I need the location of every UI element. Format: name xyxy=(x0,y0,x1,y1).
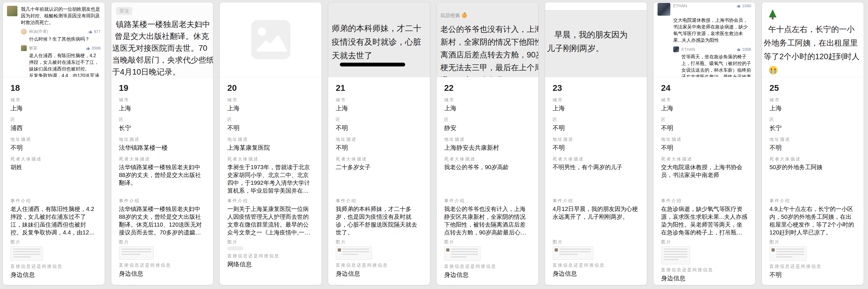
field-event-value: 4月12日早晨，我的朋友因为心梗永远离开了，儿子刚刚两岁。 xyxy=(553,205,639,237)
field-city-value: 上海 xyxy=(119,104,206,112)
field-event-value: 老人住浦西，有陈旧性脑梗，4.2摔跤，女儿被封在浦东过不了江，妹妹们虽住浦西但也… xyxy=(10,205,97,237)
field-deceased-value: 不明男性，有个两岁的儿子 xyxy=(553,164,639,195)
field-direct-value: 身边信息 xyxy=(10,271,97,279)
field-event-value: 4.9上午十点左右，长宁的一小区内，50岁的外地务工阿姨，在出租屋里心梗发作，等… xyxy=(770,205,856,237)
field-address-label: 地址描述 xyxy=(119,137,206,142)
field-address: 地址描述 不明 xyxy=(661,137,748,151)
field-direct: 直接信息还是间接信息 身边信息 xyxy=(336,263,422,278)
thumbnail-text-line xyxy=(122,249,151,250)
avatar xyxy=(657,3,670,16)
field-city-label: 城市 xyxy=(661,97,748,102)
field-event: 事件介绍 我师弟的本科师妹，才二十多岁，也是因为疫情没有及时就诊，心脏不舒服送医… xyxy=(336,198,422,237)
cover-text-lines: 早晨，我的朋友因为儿子刚刚两岁。 xyxy=(550,28,647,55)
field-event-label: 事件介绍 xyxy=(227,198,314,203)
field-deceased-value: 交大电院退休教授，上海书协会员，书法家吴中南老师 xyxy=(661,164,748,195)
cover-text-lines: 镇路某楼一楼独居老夫妇中曾是交大出版社翻译。休克送医无对接医院而去世。70当晚敲… xyxy=(116,19,213,77)
field-address-label: 地址描述 xyxy=(553,137,639,142)
attachment-thumbnail[interactable] xyxy=(10,246,43,261)
field-direct-value: 身边信息 xyxy=(444,271,531,279)
thumbnail-avatar xyxy=(772,248,775,252)
field-address: 地址描述 上海某康复医院 xyxy=(227,137,314,151)
field-deceased: 死者大体描述 不明男性，有个两岁的儿子 xyxy=(553,156,639,195)
attachment-thumbnail[interactable] xyxy=(444,246,480,261)
attachment-thumbnail[interactable] xyxy=(227,246,243,250)
attachment-slot xyxy=(119,246,206,260)
field-address: 地址描述 上海静安去共康新村 xyxy=(444,137,531,151)
field-direct-value: 身边信息 xyxy=(336,269,422,278)
field-image: 图片 xyxy=(10,240,97,261)
record-fields: 25 城市 上海 区 长宁 地址描述 不明 死者大体描述 50岁的外地务工阿姨 … xyxy=(762,77,864,285)
thumbnail-text-line xyxy=(559,251,591,252)
field-district: 区 浦西 xyxy=(10,117,97,132)
field-district-label: 区 xyxy=(10,117,97,122)
attachment-slot xyxy=(336,246,422,260)
field-address-value: 不明 xyxy=(336,144,422,151)
field-deceased-label: 死者大体描述 xyxy=(227,156,314,161)
field-address: 地址描述 法华镇路某楼一楼 xyxy=(119,137,206,151)
reply-name-row: 柿油(作者)977 xyxy=(21,29,100,35)
record-card[interactable]: 午十点左右，长宁的一小外地务工阿姨，在出租屋里等了2个小时的120赶到时人 25… xyxy=(762,2,864,285)
attachment-thumbnail[interactable] xyxy=(336,246,372,260)
field-city-label: 城市 xyxy=(227,97,314,102)
attachment-thumbnail[interactable] xyxy=(661,246,690,264)
field-direct: 直接信息还是间接信息 网络信息 xyxy=(227,253,314,268)
commenter-name: ETHAN xyxy=(673,3,687,8)
cover-text-line: 天就去世了 xyxy=(332,49,430,62)
thumbnail-text-line xyxy=(342,249,369,250)
loudly-crying-face-emoji xyxy=(769,66,778,75)
cover-text-line: 离酒店后差点转去方舱，90岁高龄 xyxy=(440,48,538,61)
field-deceased: 死者大体描述 50岁的外地务工阿姨 xyxy=(770,156,856,195)
field-deceased: 死者大体描述 我老公的爷爷，90岁高龄 xyxy=(444,156,531,195)
reply-block: 敏宴3506老人住浦西，有陈旧性脑梗，4.2摔跤，女儿被封在浦东过不了江，妹妹们… xyxy=(21,45,100,77)
field-city-value: 上海 xyxy=(10,104,97,112)
thumbnail-text-line xyxy=(13,249,40,250)
attachment-thumbnail[interactable] xyxy=(770,246,807,261)
field-deceased: 死者大体描述 二十多岁女子 xyxy=(336,156,422,195)
field-image: 图片 xyxy=(661,240,748,264)
record-card[interactable]: 师弟的本科师妹，才二十疫情没有及时就诊，心脏天就去世了 21 城市 上海 区 不… xyxy=(328,2,430,285)
field-district-value: 静安 xyxy=(444,124,531,132)
record-card[interactable]: 置顶镇路某楼一楼独居老夫妇中曾是交大出版社翻译。休克送医无对接医院而去世。70当… xyxy=(111,2,213,285)
field-direct-label: 直接信息还是间接信息 xyxy=(661,267,748,272)
record-card[interactable]: 鼠甜橙酱老公的爷爷也没有计入，上海静安新村，全家阴的情况下他阳性。被离酒店后差点… xyxy=(437,2,538,285)
field-image: 图片 xyxy=(444,240,531,261)
field-district-label: 区 xyxy=(553,117,639,122)
field-address-label: 地址描述 xyxy=(336,137,422,142)
record-card[interactable]: 20 城市 上海 区 不明 地址描述 上海某康复医院 死者大体描述 李昶生于19… xyxy=(220,2,321,285)
field-district-value: 不明 xyxy=(227,124,314,132)
field-city-label: 城市 xyxy=(10,97,97,102)
big-text-post: 早晨，我的朋友因为儿子刚刚两岁。 xyxy=(545,2,647,55)
field-district-value: 不明 xyxy=(553,124,639,132)
record-fields: 23 城市 上海 区 不明 地址描述 不明 死者大体描述 不明男性，有个两岁的儿… xyxy=(545,77,647,285)
field-event: 事件介绍 老人住浦西，有陈旧性脑梗，4.2摔跤，女儿被封在浦东过不了江，妹妹们虽… xyxy=(10,198,97,237)
thumbnail-text-line xyxy=(13,254,40,255)
post-text: 我几十年前就认识的一位胡姓朋友也是因为封控、核酸检测等原因没有得到及时救治而死亡… xyxy=(21,6,100,26)
field-direct-value: 身边信息 xyxy=(661,274,748,282)
field-district-label: 区 xyxy=(336,117,422,122)
record-card[interactable]: ETHAN1040交大电院退休教授，上海书协会员，书法家吴中南老师在急诊病逝，缺… xyxy=(653,2,755,285)
attachment-thumbnail[interactable] xyxy=(553,246,593,260)
cover-text-line: 午十点左右，长宁的一小 xyxy=(768,23,864,36)
cover-text-line: 师弟的本科师妹，才二十 xyxy=(332,22,430,35)
post-text: 交大电院退休教授，上海书协会员，书法家吴中南老师在急诊病逝，缺少氧气等医疗资源，… xyxy=(673,17,751,43)
thumbnail-avatar xyxy=(338,248,341,252)
attachment-thumbnail[interactable] xyxy=(119,246,154,260)
record-card[interactable]: 早晨，我的朋友因为儿子刚刚两岁。 23 城市 上海 区 不明 地址描述 不明 死… xyxy=(545,2,647,285)
record-cover-image xyxy=(220,2,321,77)
record-fields: 21 城市 上海 区 不明 地址描述 不明 死者大体描述 二十多岁女子 事件介绍… xyxy=(328,77,430,285)
cover-text-line: 通的隔离医院去世 xyxy=(440,74,538,77)
field-event: 事件介绍 法华镇路某楼一楼独居老夫妇中88岁的丈夫，曾经是交大出版社翻译。休克后… xyxy=(119,198,206,237)
record-fields: 20 城市 上海 区 不明 地址描述 上海某康复医院 死者大体描述 李昶生于19… xyxy=(220,77,321,285)
field-direct: 直接信息还是间接信息 身边信息 xyxy=(10,264,97,279)
field-district-label: 区 xyxy=(770,117,856,122)
field-district-value: 不明 xyxy=(661,124,748,132)
like-count-number: 1040 xyxy=(742,3,751,8)
cover-text-line: 等了2个小时的120赶到时人 xyxy=(764,50,864,64)
record-card[interactable]: 我几十年前就认识的一位胡姓朋友也是因为封控、核酸检测等原因没有得到及时救治而死亡… xyxy=(3,2,105,285)
field-direct-label: 直接信息还是间接信息 xyxy=(10,264,97,269)
field-image-label: 图片 xyxy=(770,240,856,244)
field-direct-label: 直接信息还是间接信息 xyxy=(553,263,639,267)
field-image-label: 图片 xyxy=(336,240,422,244)
field-event-label: 事件介绍 xyxy=(661,198,748,203)
thumbnail-text-line xyxy=(451,256,467,257)
